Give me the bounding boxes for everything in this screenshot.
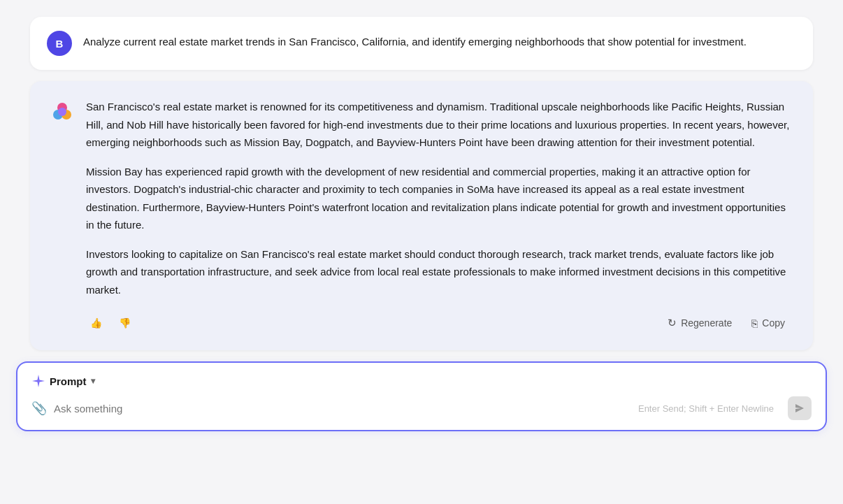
thumbs-down-button[interactable]: 👎 <box>115 315 135 331</box>
prompt-input[interactable] <box>54 403 631 415</box>
regenerate-icon: ↻ <box>668 317 677 329</box>
thumbs-up-button[interactable]: 👍 <box>86 315 106 331</box>
chevron-down-icon: ▾ <box>91 376 95 386</box>
ai-paragraph-3: Investors looking to capitalize on San F… <box>86 245 793 299</box>
regenerate-button[interactable]: ↻ Regenerate <box>659 312 740 333</box>
copy-icon: ⎘ <box>751 317 758 329</box>
send-button[interactable] <box>788 396 812 420</box>
prompt-header: Prompt ▾ <box>31 374 812 388</box>
ai-response-content: San Francisco's real estate market is re… <box>86 98 793 333</box>
user-message-text: Analyze current real estate market trend… <box>83 31 747 50</box>
avatar-letter: B <box>56 38 64 50</box>
ai-feedback-buttons: 👍 👎 <box>86 315 135 331</box>
attach-icon: 📎 <box>31 401 47 416</box>
ai-message: San Francisco's real estate market is re… <box>30 81 813 350</box>
prompt-box: Prompt ▾ 📎 Enter Send; Shift + Enter New… <box>16 361 827 431</box>
user-message: B Analyze current real estate market tre… <box>30 17 813 70</box>
ai-paragraph-2: Mission Bay has experienced rapid growth… <box>86 163 793 234</box>
ai-avatar <box>50 99 75 124</box>
ai-paragraph-1: San Francisco's real estate market is re… <box>86 98 793 152</box>
svg-point-3 <box>58 108 66 116</box>
user-avatar: B <box>47 31 72 56</box>
copy-label: Copy <box>762 317 785 329</box>
copy-button[interactable]: ⎘ Copy <box>743 312 793 333</box>
send-icon <box>794 403 805 414</box>
ai-actions-bar: 👍 👎 ↻ Regenerate ⎘ Copy <box>86 312 793 333</box>
prompt-input-row: 📎 Enter Send; Shift + Enter Newline <box>31 396 812 420</box>
sparkle-icon <box>31 374 45 388</box>
prompt-hint: Enter Send; Shift + Enter Newline <box>638 403 774 414</box>
thumbs-down-icon: 👎 <box>119 317 131 329</box>
thumbs-up-icon: 👍 <box>90 317 102 329</box>
prompt-label: Prompt ▾ <box>50 375 95 387</box>
ai-right-actions: ↻ Regenerate ⎘ Copy <box>659 312 793 333</box>
regenerate-label: Regenerate <box>681 317 732 329</box>
attach-button[interactable]: 📎 <box>31 401 47 416</box>
